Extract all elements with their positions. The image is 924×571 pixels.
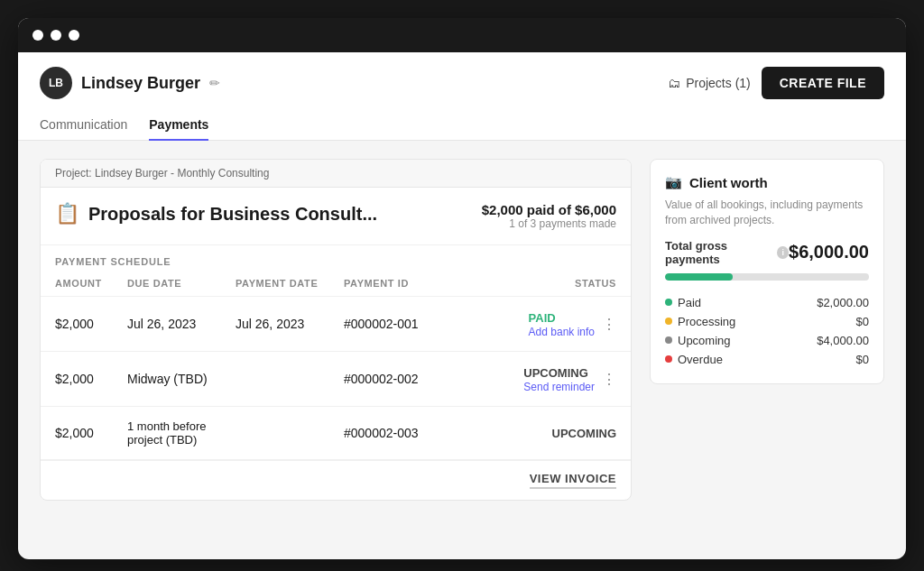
row2-more-icon[interactable]: ⋮ — [602, 371, 616, 388]
app-window: LB Lindsey Burger ✏ 🗂 Projects (1) CREAT… — [18, 18, 906, 559]
col-payment-id: PAYMENT ID — [344, 278, 488, 289]
proposal-header: 📋 Proposals for Business Consult... $2,0… — [41, 188, 631, 245]
progress-bar — [665, 273, 869, 281]
projects-button[interactable]: 🗂 Projects (1) — [668, 76, 751, 90]
row3-amount: $2,000 — [55, 426, 127, 440]
dot-processing — [665, 318, 672, 325]
breakdown-processing-label: Processing — [665, 315, 735, 328]
breakdown-overdue: Overdue $0 — [665, 350, 869, 369]
row1-payment-date: Jul 26, 2023 — [236, 317, 344, 331]
view-invoice-area: VIEW INVOICE — [41, 460, 631, 500]
row1-amount: $2,000 — [55, 317, 127, 331]
breakdown-upcoming-value: $4,000.00 — [817, 334, 869, 347]
content-area: LB Lindsey Burger ✏ 🗂 Projects (1) CREAT… — [18, 52, 906, 519]
avatar: LB — [40, 67, 72, 99]
proposal-title: Proposals for Business Consult... — [88, 204, 377, 225]
tab-payments[interactable]: Payments — [149, 110, 208, 141]
breakdown-upcoming: Upcoming $4,000.00 — [665, 331, 869, 350]
row1-status-area: PAID Add bank info — [529, 309, 595, 338]
row2-action[interactable]: Send reminder — [523, 381, 595, 393]
breakdown-overdue-value: $0 — [856, 353, 869, 366]
col-amount: AMOUNT — [55, 278, 127, 289]
breakdown-paid: Paid $2,000.00 — [665, 293, 869, 312]
view-invoice-button[interactable]: VIEW INVOICE — [530, 472, 616, 489]
breakdown-paid-label: Paid — [665, 296, 701, 309]
row1-more-icon[interactable]: ⋮ — [602, 316, 616, 333]
total-gross-label: Total gross payments i — [665, 239, 789, 266]
breakdown-paid-value: $2,000.00 — [817, 296, 869, 309]
user-name: Lindsey Burger — [81, 74, 200, 93]
total-gross-amount: $6,000.00 — [789, 242, 869, 262]
tabs: Communication Payments — [40, 110, 884, 140]
projects-icon: 🗂 — [668, 76, 680, 90]
right-panel: 📷 Client worth Value of all bookings, in… — [650, 159, 884, 384]
client-worth-desc: Value of all bookings, including payment… — [665, 198, 869, 228]
user-info: LB Lindsey Burger ✏ — [40, 67, 220, 99]
row1-due-date: Jul 26, 2023 — [127, 317, 236, 331]
row2-due-date: Midway (TBD) — [127, 372, 236, 386]
row1-status: PAID — [529, 311, 556, 325]
window-dot-3 — [69, 30, 79, 41]
row3-due-date: 1 month before project (TBD) — [127, 419, 236, 447]
table-row: $2,000 Midway (TBD) #000002-002 UPCOMING… — [41, 352, 631, 407]
breakdown-overdue-label: Overdue — [665, 353, 723, 366]
projects-label: Projects (1) — [686, 76, 751, 90]
client-worth-title: 📷 Client worth — [665, 174, 869, 190]
table-row: $2,000 Jul 26, 2023 Jul 26, 2023 #000002… — [41, 297, 631, 352]
header-right: 🗂 Projects (1) CREATE FILE — [668, 67, 884, 99]
progress-fill — [665, 273, 733, 281]
row3-payment-id: #000002-003 — [344, 426, 488, 440]
payment-schedule-label: PAYMENT SCHEDULE — [41, 245, 631, 274]
row1-payment-id: #000002-001 — [344, 317, 488, 331]
payment-summary: $2,000 paid of $6,000 1 of 3 payments ma… — [482, 202, 616, 230]
row2-status: UPCOMING — [523, 366, 588, 380]
row3-status-cell: UPCOMING — [488, 427, 616, 440]
paid-amount: $2,000 paid of $6,000 — [482, 202, 616, 217]
col-due-date: DUE DATE — [127, 278, 236, 289]
proposal-title-area: 📋 Proposals for Business Consult... — [55, 202, 377, 226]
client-worth-icon: 📷 — [665, 174, 682, 190]
col-status: STATUS — [488, 278, 616, 289]
row2-payment-id: #000002-002 — [344, 372, 488, 386]
window-dot-1 — [32, 30, 43, 41]
dot-overdue — [665, 355, 672, 363]
dot-upcoming — [665, 336, 672, 344]
row1-action[interactable]: Add bank info — [529, 326, 595, 338]
table-header: AMOUNT DUE DATE PAYMENT DATE PAYMENT ID … — [41, 274, 631, 297]
col-payment-date: PAYMENT DATE — [236, 278, 344, 289]
header: LB Lindsey Burger ✏ 🗂 Projects (1) CREAT… — [18, 52, 906, 141]
dot-paid — [665, 299, 672, 306]
client-worth-heading: Client worth — [689, 175, 768, 190]
project-label: Project: Lindsey Burger - Monthly Consul… — [41, 160, 631, 188]
breakdown-upcoming-label: Upcoming — [665, 334, 731, 347]
row2-status-cell: UPCOMING Send reminder ⋮ — [488, 364, 616, 393]
breakdown-processing-value: $0 — [856, 315, 869, 328]
row2-amount: $2,000 — [55, 372, 127, 386]
proposal-icon: 📋 — [55, 202, 79, 226]
total-gross: Total gross payments i $6,000.00 — [665, 239, 869, 266]
info-icon[interactable]: i — [777, 246, 789, 259]
titlebar — [18, 18, 906, 52]
window-dot-2 — [51, 30, 61, 41]
table-row: $2,000 1 month before project (TBD) #000… — [41, 407, 631, 460]
breakdown-processing: Processing $0 — [665, 312, 869, 331]
row3-status: UPCOMING — [552, 427, 617, 440]
row2-status-area: UPCOMING Send reminder — [523, 364, 595, 393]
payments-made: 1 of 3 payments made — [482, 217, 616, 230]
tab-communication[interactable]: Communication — [40, 110, 127, 141]
main-content: Project: Lindsey Burger - Monthly Consul… — [18, 141, 906, 519]
create-file-button[interactable]: CREATE FILE — [762, 67, 884, 99]
row1-status-cell: PAID Add bank info ⋮ — [488, 309, 616, 338]
edit-icon[interactable]: ✏ — [209, 76, 220, 90]
header-top: LB Lindsey Burger ✏ 🗂 Projects (1) CREAT… — [40, 67, 884, 99]
left-panel: Project: Lindsey Burger - Monthly Consul… — [40, 159, 632, 501]
